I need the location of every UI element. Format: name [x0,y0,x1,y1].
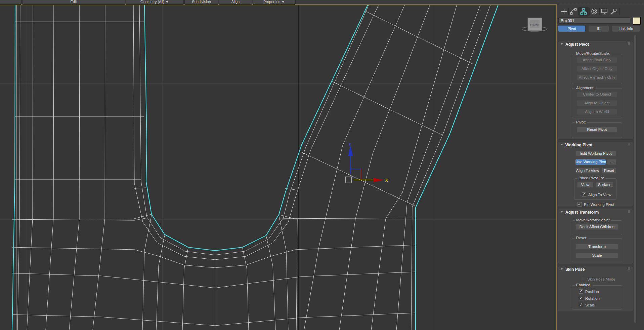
rotation-checkbox[interactable] [579,296,583,300]
align-to-view-button[interactable]: Align To View [575,168,600,174]
group-place-pivot-to: Place Pivot To: View Surface Align To Vi… [574,178,616,200]
reset-working-pivot-button[interactable]: Reset [602,168,616,174]
checkbox-label: Position [585,290,599,294]
affect-pivot-only-button[interactable]: Affect Pivot Only [577,57,617,63]
tab-link-info[interactable]: Link Info [612,26,640,32]
reset-transform-button[interactable]: Transform [575,244,618,250]
gizmo-z-label: Z [349,143,351,147]
icon-separator [609,8,609,15]
modify-icon[interactable] [570,8,577,15]
rollout-title: Adjust Transform [565,210,599,215]
group-enabled: Enabled: Position Rotation Scale [572,285,622,309]
position-checkbox-row[interactable]: Position [579,288,599,293]
rotation-checkbox-row[interactable]: Rotation [579,295,600,300]
viewport-overlay: FRONT X Z [0,5,557,330]
pin-working-pivot-checkbox-row[interactable]: Pin Working Pivot [577,201,614,206]
dont-affect-children-button[interactable]: Don't Affect Children [575,224,618,230]
motion-icon[interactable] [591,8,598,15]
utilities-icon[interactable] [610,8,617,15]
rollout-grip-icon[interactable]: ⠿ [628,210,630,214]
viewcube-front-label[interactable]: FRONT [530,23,540,26]
checkbox-label: Scale [585,303,595,307]
place-pivot-view-button[interactable]: View [577,182,593,188]
rollout-working-pivot: ▼ Working Pivot ⠿ Edit Working Pivot Use… [558,142,633,207]
align-to-object-button[interactable]: Align to Object [577,100,617,106]
checkbox-label: Skin Pose Mode [587,277,615,281]
scale-checkbox-row[interactable]: Scale [579,302,595,306]
rollout-title: Adjust Pivot [565,42,589,47]
create-icon[interactable] [560,8,568,15]
panel-separator-dots [558,3,643,3]
object-name-field[interactable]: Box001 [558,17,630,24]
pivot-selection-square [346,177,352,183]
tab-ik[interactable]: IK [589,26,609,32]
pin-working-pivot-checkbox[interactable] [577,202,582,207]
rollout-adjust-transform: ▼ Adjust Transform ⠿ Move/Rotate/Scale: … [558,209,633,264]
group-label: Alignment: [575,86,596,90]
toolbar-button-partial[interactable] [0,0,22,5]
group-alignment: Alignment: Center to Object Align to Obj… [572,88,622,118]
rollout-grip-icon[interactable]: ⠿ [628,42,630,46]
rollout-grip-icon[interactable]: ⠿ [628,267,630,271]
position-checkbox[interactable] [579,289,583,294]
group-label: Move/Rotate/Scale: [575,218,611,222]
align-to-view-checkbox[interactable] [582,192,586,197]
group-move-rotate-scale: Move/Rotate/Scale: Affect Pivot Only Aff… [572,54,622,84]
viewport[interactable]: FRONT X Z [0,5,557,330]
toolbar-button-align[interactable]: Align [219,0,252,5]
checkbox-label: Rotation [585,296,600,300]
icon-separator [578,8,578,15]
edit-working-pivot-button[interactable]: Edit Working Pivot [575,151,616,156]
toolbar-button-edit[interactable]: Edit [22,0,125,5]
group-pivot: Pivot: Reset Pivot [572,122,622,138]
rollout-skin-pose: ▼ Skin Pose ⠿ Skin Pose Mode Enabled: Po… [558,266,633,312]
panel-scrollbar[interactable] [634,35,636,323]
skin-pose-mode-checkbox[interactable] [581,277,585,281]
scale-checkbox[interactable] [579,303,583,307]
object-color-swatch[interactable] [633,17,641,25]
reset-scale-button[interactable]: Scale [575,253,618,258]
rollout-collapse-icon[interactable]: ▼ [560,210,563,214]
group-label: Move/Rotate/Scale: [575,51,611,56]
command-panel: Box001 Pivot IK Link Info ▼ Adjust Pivot… [557,0,644,330]
group-label: Enabled: [575,283,593,287]
icon-separator [589,8,590,15]
align-to-view-checkbox-row[interactable]: Align To View [582,191,611,196]
ribbon-toolbar: Edit Geometry (All) ▼ Subdivision Align … [0,0,644,4]
toolbar-button-subdivision[interactable]: Subdivision [184,0,218,5]
skin-pose-mode-checkbox-row[interactable]: Skin Pose Mode [581,276,615,281]
group-label: Pivot: [575,120,587,124]
affect-object-only-button[interactable]: Affect Object Only [577,66,617,72]
rollout-title: Skin Pose [565,267,585,272]
affect-hierarchy-only-button[interactable]: Affect Hierarchy Only [577,75,617,80]
working-pivot-more-button[interactable]: ... [607,159,616,165]
rollout-collapse-icon[interactable]: ▼ [560,143,563,146]
rollout-adjust-pivot: ▼ Adjust Pivot ⠿ Move/Rotate/Scale: Affe… [558,41,633,140]
hierarchy-icon[interactable] [580,8,587,15]
icon-separator [599,8,600,15]
group-reset: Reset: Transform Scale [572,238,622,262]
rollout-header-skin-pose[interactable]: ▼ Skin Pose ⠿ [558,267,633,272]
icon-separator [619,8,620,15]
transform-gizmo[interactable]: X Z [346,143,388,183]
rollout-header-adjust-pivot[interactable]: ▼ Adjust Pivot ⠿ [558,42,633,47]
rollout-grip-icon[interactable]: ⠿ [628,143,630,146]
tab-pivot[interactable]: Pivot [558,26,585,32]
icon-separator [568,8,569,15]
group-move-rotate-scale-transform: Move/Rotate/Scale: Don't Affect Children [572,220,622,235]
place-pivot-surface-button[interactable]: Surface [596,182,613,188]
align-to-world-button[interactable]: Align to World [577,109,617,115]
rollout-header-adjust-transform[interactable]: ▼ Adjust Transform ⠿ [558,210,633,215]
rollout-collapse-icon[interactable]: ▼ [560,42,563,46]
toolbar-button-properties[interactable]: Properties ▼ [253,0,296,5]
toolbar-button-geometry-all[interactable]: Geometry (All) ▼ [126,0,184,5]
group-label: Reset: [575,236,589,240]
reset-pivot-button[interactable]: Reset Pivot [577,127,617,133]
rollout-header-working-pivot[interactable]: ▼ Working Pivot ⠿ [558,143,633,148]
command-panel-tabs [559,7,642,17]
rollout-collapse-icon[interactable]: ▼ [560,267,563,271]
use-working-pivot-button[interactable]: Use Working Pivot [575,159,606,165]
display-icon[interactable] [601,8,608,15]
viewcube[interactable]: FRONT [522,18,547,31]
center-to-object-button[interactable]: Center to Object [577,91,617,97]
